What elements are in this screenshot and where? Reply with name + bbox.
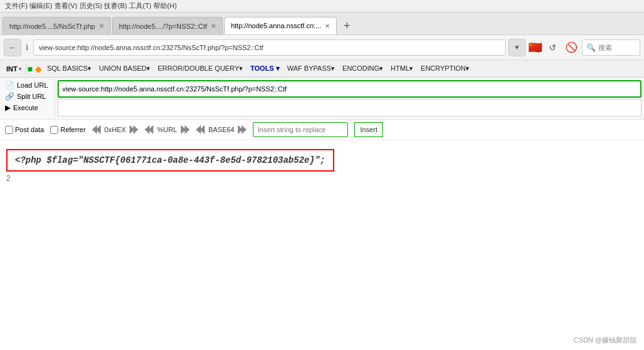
url-label: %URL: [155, 126, 180, 133]
hackbar-menu: INT ▾ ■ ◆ SQL BASICS▾ UNION BASED▾ ERROR…: [0, 60, 644, 78]
split-url-icon: 🔗: [5, 92, 14, 101]
replace-input[interactable]: [253, 122, 348, 137]
menu-html[interactable]: HTML▾: [387, 63, 417, 74]
execute-button[interactable]: ▶ Execute: [3, 103, 51, 113]
execute-label: Execute: [13, 104, 38, 111]
menu-encryption[interactable]: ENCRYPTION▾: [417, 63, 473, 74]
tab-1[interactable]: http://node5....5/NsScTf.php ✕: [3, 17, 111, 34]
flag-container: <?php $flag="NSSCTF{061771ca-0a8e-443f-8…: [6, 147, 638, 172]
menu-union-based[interactable]: UNION BASED▾: [95, 63, 154, 74]
options-bar: Post data Referrer 0xHEX %URL BASE6: [0, 120, 644, 140]
address-bar: ← ℹ ▼ 🇨🇳 ↺ 🚫 🔍: [0, 35, 644, 60]
tab-2-close[interactable]: ✕: [211, 23, 216, 29]
referrer-checkbox[interactable]: [50, 126, 58, 134]
search-box: 🔍: [582, 39, 640, 56]
base64-label: BASE64: [206, 126, 237, 133]
menu-encoding[interactable]: ENCODING▾: [339, 63, 387, 74]
load-url-label: Load URL: [17, 81, 48, 89]
load-url-button[interactable]: 📄 Load URL: [3, 80, 51, 90]
execute-icon: ▶: [5, 103, 11, 112]
tab-2-label: http://node5..../?p=NSS2::Ctf: [119, 23, 207, 30]
hackbar: INT ▾ ■ ◆ SQL BASICS▾ UNION BASED▾ ERROR…: [0, 60, 644, 120]
base64-left-arrow[interactable]: [196, 125, 205, 134]
hex-right-arrow[interactable]: [130, 125, 138, 134]
referrer-checkbox-label[interactable]: Referrer: [50, 126, 85, 134]
dropdown-button[interactable]: ▼: [508, 39, 526, 56]
action-buttons: 📄 Load URL 🔗 Split URL ▶ Execute: [3, 79, 55, 118]
menu-sql-basics[interactable]: SQL BASICS▾: [43, 63, 95, 74]
tab-3-label: http://node5.anna.nssctf.cn:...: [231, 22, 321, 29]
back-icon: ←: [8, 43, 17, 53]
int-label: INT: [6, 65, 18, 73]
tab-bar: http://node5....5/NsScTf.php ✕ http://no…: [0, 13, 644, 35]
info-icon: ℹ: [24, 43, 31, 52]
green-indicator: ■: [26, 64, 34, 74]
referrer-label: Referrer: [60, 126, 85, 133]
hackbar-actions-row: 📄 Load URL 🔗 Split URL ▶ Execute: [0, 78, 644, 119]
menu-tools[interactable]: TOOLS ▾: [247, 63, 284, 74]
menu-error-query[interactable]: ERROR/DOUBLE QUERY▾: [154, 63, 247, 74]
split-url-button[interactable]: 🔗 Split URL: [3, 91, 51, 101]
tab-2[interactable]: http://node5..../?p=NSS2::Ctf ✕: [112, 17, 223, 34]
search-input[interactable]: [598, 44, 636, 51]
address-input[interactable]: [33, 39, 506, 56]
load-url-icon: 📄: [5, 81, 14, 90]
split-url-label: Split URL: [17, 93, 46, 100]
post-data-checkbox-label[interactable]: Post data: [5, 126, 44, 134]
hackbar-url-textarea[interactable]: [58, 99, 641, 116]
base64-right-arrow[interactable]: [238, 125, 247, 134]
title-bar-text: 文件(F) 编辑(E) 查看(V) 历史(S) 技赛(B) 工具(T) 帮助(H…: [5, 1, 176, 11]
title-bar: 文件(F) 编辑(E) 查看(V) 历史(S) 技赛(B) 工具(T) 帮助(H…: [0, 0, 644, 13]
search-icon: 🔍: [586, 43, 596, 52]
tab-3[interactable]: http://node5.anna.nssctf.cn:... ✕: [224, 17, 337, 34]
url-input-area: [58, 79, 641, 118]
tab-1-label: http://node5....5/NsScTf.php: [9, 23, 95, 30]
hex-left-arrow[interactable]: [92, 125, 101, 134]
hex-encode-group: 0xHEX: [92, 125, 138, 134]
footer-text: CSDN @赚钱聚甜甜: [574, 336, 636, 344]
url-right-arrow[interactable]: [181, 125, 190, 134]
flag-icon: 🇨🇳: [528, 41, 542, 54]
base64-encode-group: BASE64: [196, 125, 247, 134]
url-encode-group: %URL: [145, 125, 190, 134]
url-left-arrow[interactable]: [145, 125, 153, 134]
block-button[interactable]: 🚫: [563, 39, 580, 56]
menu-waf-bypass[interactable]: WAF BYPASS▾: [284, 63, 339, 74]
flag-text: <?php $flag="NSSCTF{061771ca-0a8e-443f-8…: [15, 155, 325, 165]
hackbar-url-input[interactable]: [58, 80, 641, 98]
post-data-label: Post data: [15, 126, 44, 133]
refresh-button[interactable]: ↺: [544, 39, 561, 56]
tab-1-close[interactable]: ✕: [99, 23, 104, 29]
orange-indicator: ◆: [34, 64, 43, 74]
back-button[interactable]: ←: [4, 39, 21, 56]
hex-label: 0xHEX: [102, 126, 128, 133]
flag-box: <?php $flag="NSSCTF{061771ca-0a8e-443f-8…: [6, 149, 334, 172]
tab-3-close[interactable]: ✕: [325, 23, 330, 29]
refresh-icon: ↺: [549, 43, 556, 53]
block-icon: 🚫: [565, 41, 578, 53]
post-data-checkbox[interactable]: [5, 126, 13, 134]
line-2: 2: [6, 172, 638, 185]
int-dropdown[interactable]: INT ▾: [3, 64, 26, 74]
int-dropdown-arrow: ▾: [19, 66, 22, 72]
footer: CSDN @赚钱聚甜甜: [574, 336, 636, 345]
new-tab-button[interactable]: +: [338, 17, 355, 34]
content-area: <?php $flag="NSSCTF{061771ca-0a8e-443f-8…: [0, 140, 644, 192]
insert-button[interactable]: Insert: [354, 122, 383, 137]
